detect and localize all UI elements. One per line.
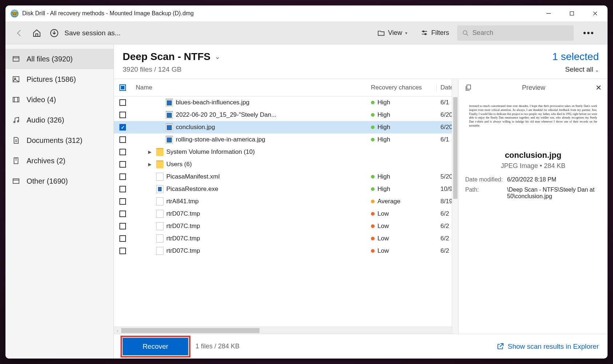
preview-panel: Preview ✕ invested so much concentrated … (458, 79, 608, 334)
expand-arrow-icon[interactable]: ▶ (148, 149, 153, 155)
file-icon (156, 235, 163, 243)
row-recovery: High (371, 111, 436, 119)
close-preview-button[interactable]: ✕ (596, 83, 602, 92)
row-checkbox[interactable] (114, 149, 131, 155)
row-name: blues-beach-influences.jpg (131, 99, 371, 107)
preview-filename: conclusion.jpg (459, 151, 608, 160)
search-icon (462, 29, 469, 37)
table-row[interactable]: conclusion.jpgHigh6/20 (114, 121, 458, 133)
sidebar-item-pictures[interactable]: Pictures (1586) (5, 69, 114, 89)
sidebar-item-label: Archives (2) (27, 157, 66, 165)
table-row[interactable]: rtrD07C.tmpLow6/2 (114, 220, 458, 232)
save-session-button[interactable]: Save session as... (64, 29, 120, 37)
close-button[interactable] (588, 6, 602, 21)
scrollbar-thumb[interactable] (453, 97, 458, 199)
chevron-down-icon[interactable]: ⌄ (215, 53, 220, 61)
column-checkbox[interactable] (114, 84, 131, 91)
minimize-button[interactable] (541, 6, 556, 21)
scrollbar-thumb[interactable] (121, 328, 260, 333)
row-recovery: High (371, 173, 436, 180)
file-name: PicasaRestore.exe (166, 185, 218, 193)
row-name: PicasaManifest.xml (131, 173, 371, 181)
sidebar-item-archives[interactable]: Archives (2) (5, 151, 114, 171)
filters-button[interactable]: Filters (415, 29, 454, 37)
search-input[interactable] (472, 29, 569, 37)
row-checkbox[interactable] (114, 173, 131, 180)
status-dot-icon (371, 113, 375, 117)
column-recovery[interactable]: ⌄Recovery chances (371, 84, 436, 91)
detail-label-path: Path: (465, 187, 507, 200)
view-menu[interactable]: View ▾ (372, 29, 412, 37)
status-dot-icon (371, 187, 375, 191)
sidebar-item-video[interactable]: Video (4) (5, 89, 114, 110)
sidebar-item-all-files[interactable]: All files (3920) (5, 49, 114, 69)
sort-indicator-icon: ⌄ (402, 83, 406, 88)
row-checkbox[interactable] (114, 112, 131, 118)
file-icon (156, 222, 163, 230)
file-icon (156, 247, 163, 255)
row-recovery: Low (371, 223, 436, 230)
body: All files (3920) Pictures (1586) Video (… (5, 44, 608, 359)
main-header: Deep Scan - NTFS ⌄ 3920 files / 124 GB 1… (114, 44, 608, 79)
window-title: Disk Drill - All recovery methods - Moun… (22, 10, 541, 17)
table-row[interactable]: rtrD07C.tmpLow6/2 (114, 208, 458, 220)
scroll-left-icon[interactable]: ‹ (114, 328, 121, 333)
download-icon[interactable] (47, 26, 62, 40)
sidebar-item-label: Documents (312) (27, 136, 82, 145)
expand-arrow-icon[interactable]: ▶ (148, 162, 153, 167)
table-row[interactable]: PicasaRestore.exeHigh10/9 (114, 183, 458, 195)
row-checkbox[interactable] (114, 248, 131, 254)
content-row: Name ⌄Recovery chances Date blues-beach-… (114, 79, 608, 334)
sidebar-item-label: Pictures (1586) (27, 75, 76, 84)
chevron-down-icon: ▾ (405, 31, 407, 36)
row-checkbox[interactable] (114, 235, 131, 242)
table-row[interactable]: rtrA841.tmpAverage8/19 (114, 195, 458, 208)
file-icon (166, 123, 173, 131)
table-row[interactable]: PicasaManifest.xmlHigh5/20 (114, 171, 458, 183)
view-label: View (388, 29, 402, 37)
row-name: rtrD07C.tmp (131, 210, 371, 218)
row-checkbox[interactable] (114, 223, 131, 229)
sidebar: All files (3920) Pictures (1586) Video (… (5, 44, 114, 359)
more-button[interactable]: ••• (577, 28, 601, 38)
row-checkbox[interactable] (114, 161, 131, 168)
search-box[interactable] (457, 25, 574, 41)
home-button[interactable] (29, 26, 44, 40)
vertical-scrollbar[interactable] (452, 79, 458, 334)
table-row[interactable]: ▶System Volume Information (10) (114, 146, 458, 158)
picture-icon (12, 75, 20, 83)
table-body[interactable]: blues-beach-influences.jpgHigh6/12022-06… (114, 96, 458, 327)
maximize-button[interactable] (565, 6, 579, 21)
table-row[interactable]: blues-beach-influences.jpgHigh6/1 (114, 96, 458, 109)
stack-icon (12, 55, 20, 63)
row-name: ▶System Volume Information (10) (131, 148, 371, 156)
table-row[interactable]: rtrD07C.tmpLow6/2 (114, 245, 458, 257)
table-row[interactable]: rtrD07C.tmpLow6/2 (114, 232, 458, 245)
row-checkbox[interactable] (114, 136, 131, 143)
sidebar-item-audio[interactable]: Audio (326) (5, 110, 114, 130)
explorer-link[interactable]: Show scan results in Explorer (496, 343, 599, 351)
sidebar-item-label: All files (3920) (27, 55, 73, 63)
main-title[interactable]: Deep Scan - NTFS (123, 51, 210, 63)
recover-button[interactable]: Recover (123, 338, 188, 355)
column-name[interactable]: Name (131, 84, 371, 91)
row-checkbox[interactable] (114, 99, 131, 106)
sidebar-item-documents[interactable]: Documents (312) (5, 130, 114, 151)
file-icon (156, 197, 163, 205)
file-icon (156, 160, 163, 168)
select-all-button[interactable]: Select all ⌄ (552, 65, 599, 73)
horizontal-scrollbar[interactable]: ‹ › (114, 327, 458, 334)
table-row[interactable]: rolling-stone-alive-in-america.jpgHigh6/… (114, 133, 458, 146)
row-checkbox[interactable] (114, 198, 131, 205)
table-row[interactable]: 2022-06-20 20_15_29-"Steely Dan...High6/… (114, 109, 458, 121)
row-recovery: High (371, 185, 436, 193)
row-checkbox[interactable] (114, 186, 131, 192)
preview-details: Date modified: 6/20/2022 8:18 PM Path: \… (459, 170, 608, 203)
table-row[interactable]: ▶Users (6) (114, 158, 458, 171)
row-checkbox[interactable] (114, 211, 131, 217)
back-button[interactable] (12, 26, 27, 40)
row-recovery: High (371, 124, 436, 131)
row-checkbox[interactable] (114, 124, 131, 131)
sidebar-item-other[interactable]: Other (1690) (5, 171, 114, 191)
copy-icon[interactable] (464, 84, 472, 91)
